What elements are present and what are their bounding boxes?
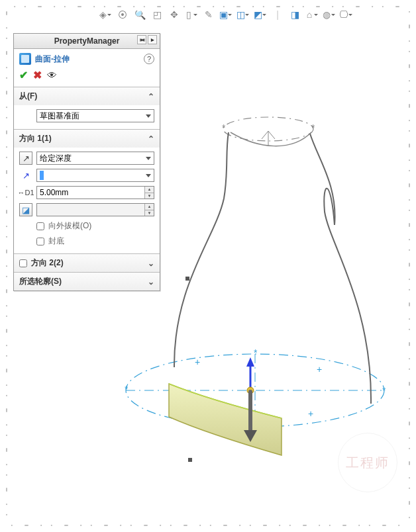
pm-actions-row: ✔ ✖ 👁 xyxy=(14,67,160,87)
section-direction1-header[interactable]: 方向 1(1) xyxy=(14,130,160,148)
pan-icon[interactable]: ✥ xyxy=(168,9,180,21)
display-style-icon[interactable]: ▣ xyxy=(220,9,232,21)
scene-icon[interactable]: ◩ xyxy=(254,9,266,21)
chevron-down-icon xyxy=(148,259,154,268)
draft-icon[interactable]: ◪ xyxy=(19,203,32,216)
svg-marker-16 xyxy=(246,357,254,367)
from-select-value: 草图基准面 xyxy=(40,111,79,122)
svg-rect-20 xyxy=(188,458,192,462)
camera-icon[interactable]: ⌂ xyxy=(306,9,318,21)
chevron-up-icon xyxy=(148,134,154,144)
feature-title: 曲面-拉伸 xyxy=(35,54,70,65)
help-button[interactable]: ? xyxy=(144,54,154,64)
ok-button[interactable]: ✔ xyxy=(19,69,28,81)
svg-text:+: + xyxy=(317,364,322,375)
cancel-button[interactable]: ✖ xyxy=(33,69,42,81)
pm-pin-icon[interactable]: ⫘ xyxy=(137,35,146,44)
section-direction1: 方向 1(1) ↗ 给定深度 ↗ ↔D1 5.00mm xyxy=(14,129,160,253)
render-icon[interactable]: ◍ xyxy=(323,9,335,21)
view-orientation-icon[interactable]: ◈ xyxy=(99,9,111,21)
preview-toggle-icon[interactable]: 👁 xyxy=(47,69,57,81)
section-from: 从(F) 草图基准面 xyxy=(14,87,160,129)
section-contours: 所选轮廓(S) xyxy=(14,272,160,290)
svg-text:+: + xyxy=(308,408,313,419)
monitor-icon[interactable]: 🖵 xyxy=(340,9,352,21)
svg-text:*: * xyxy=(125,384,129,394)
section-view-icon[interactable]: ▯ xyxy=(185,9,197,21)
from-select[interactable]: 草图基准面 xyxy=(36,109,154,122)
draft-outward-checkbox[interactable] xyxy=(36,222,44,230)
svg-text:*: * xyxy=(311,122,315,133)
end-condition-value: 给定深度 xyxy=(40,153,72,164)
divider: | xyxy=(272,9,284,21)
surface-extrude-icon xyxy=(19,53,31,65)
pm-title-text: PropertyManager xyxy=(54,36,120,46)
section-from-header[interactable]: 从(F) xyxy=(14,87,160,105)
draft-outward-label: 向外拔模(O) xyxy=(48,220,91,232)
zoom-area-icon[interactable]: ◰ xyxy=(151,9,163,21)
section-direction2-label: 方向 2(2) xyxy=(31,257,64,269)
cap-end-checkbox[interactable] xyxy=(36,238,44,245)
edit-appearance-icon[interactable]: ✎ xyxy=(203,9,215,21)
pm-feature-row: 曲面-拉伸 ? xyxy=(14,49,160,67)
section-direction2: 方向 2(2) xyxy=(14,253,160,272)
svg-text:*: * xyxy=(254,347,258,358)
property-manager-panel: PropertyManager ⫘ ▸ 曲面-拉伸 ? ✔ ✖ 👁 从(F) 草… xyxy=(13,33,160,291)
draft-stepper[interactable]: ▲▼ xyxy=(144,204,154,216)
svg-text:*: * xyxy=(382,385,386,396)
watermark: 工程师 xyxy=(338,433,397,492)
section-contours-label: 所选轮廓(S) xyxy=(19,276,62,287)
section-from-label: 从(F) xyxy=(19,91,37,102)
cap-end-label: 封底 xyxy=(48,236,64,247)
view-toolbar: ◈ ⦿ 🔍 ◰ ✥ ▯ ✎ ▣ ◫ ◩ | ◨ ⌂ ◍ 🖵 xyxy=(99,7,390,22)
selection-highlight xyxy=(40,171,44,180)
direction-vector-icon[interactable]: ↗ xyxy=(19,169,32,182)
section-direction2-header[interactable]: 方向 2(2) xyxy=(14,254,160,272)
chevron-up-icon xyxy=(148,92,154,101)
direction2-enable-checkbox[interactable] xyxy=(19,259,27,267)
depth-stepper[interactable]: ▲▼ xyxy=(144,187,154,199)
end-condition-select[interactable]: 给定深度 xyxy=(36,152,154,165)
zoom-icon[interactable]: 🔍 xyxy=(134,9,146,21)
section-direction1-label: 方向 1(1) xyxy=(19,133,52,144)
pm-title-bar: PropertyManager ⫘ ▸ xyxy=(14,34,160,49)
svg-rect-14 xyxy=(185,277,189,281)
perspective-icon[interactable]: ◨ xyxy=(289,9,301,21)
pm-next-icon[interactable]: ▸ xyxy=(148,35,157,44)
zoom-fit-icon[interactable]: ⦿ xyxy=(117,9,129,21)
chevron-down-icon xyxy=(148,277,154,287)
direction-reference-input[interactable] xyxy=(36,169,154,182)
reverse-direction-icon[interactable]: ↗ xyxy=(19,152,32,165)
hide-show-icon[interactable]: ◫ xyxy=(237,9,249,21)
svg-text:*: * xyxy=(222,122,226,133)
depth-dimension-icon: ↔D1 xyxy=(19,186,32,199)
spacer xyxy=(19,109,32,122)
depth-value: 5.00mm xyxy=(40,188,68,197)
draft-spin[interactable]: ▲▼ xyxy=(36,203,154,216)
section-contours-header[interactable]: 所选轮廓(S) xyxy=(14,273,160,290)
watermark-text: 工程师 xyxy=(346,454,390,472)
svg-text:+: + xyxy=(195,357,200,367)
depth-spin[interactable]: 5.00mm ▲▼ xyxy=(36,186,154,199)
